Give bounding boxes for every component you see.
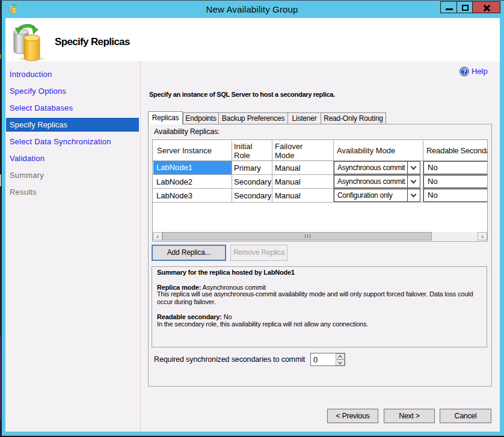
svg-text:?: ? bbox=[463, 69, 466, 75]
